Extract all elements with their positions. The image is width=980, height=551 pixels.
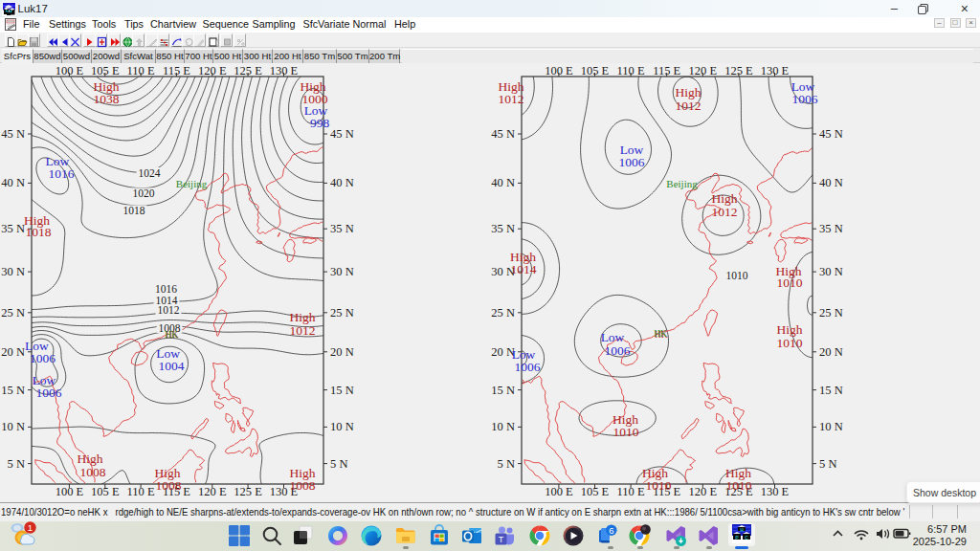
svg-text:120 E: 120 E xyxy=(198,485,227,498)
svg-text:5 N: 5 N xyxy=(819,457,836,471)
svg-text:1008: 1008 xyxy=(80,465,106,479)
svg-text:1014: 1014 xyxy=(511,262,537,276)
svg-text:1010: 1010 xyxy=(646,478,672,493)
svg-text:45 N: 45 N xyxy=(1,127,25,141)
svg-text:100 E: 100 E xyxy=(545,485,573,498)
svg-text:100 E: 100 E xyxy=(56,64,84,77)
svg-text:15 N: 15 N xyxy=(330,384,354,397)
svg-text:15 N: 15 N xyxy=(819,384,843,397)
svg-text:HK: HK xyxy=(165,330,178,340)
svg-text:35 N: 35 N xyxy=(1,222,25,235)
svg-text:25 N: 25 N xyxy=(1,306,25,320)
svg-text:High: High xyxy=(78,452,103,466)
svg-text:1006: 1006 xyxy=(605,343,631,358)
svg-text:1008: 1008 xyxy=(156,478,182,493)
svg-text:1010: 1010 xyxy=(777,276,803,290)
svg-text:Beijing: Beijing xyxy=(176,178,208,189)
svg-text:1004: 1004 xyxy=(159,359,185,373)
svg-text:130 E: 130 E xyxy=(761,64,790,77)
svg-text:120 E: 120 E xyxy=(689,64,718,77)
svg-text:110 E: 110 E xyxy=(617,64,645,77)
svg-text:125 E: 125 E xyxy=(724,64,753,77)
svg-text:30 N: 30 N xyxy=(819,265,843,278)
svg-text:1018: 1018 xyxy=(26,225,52,239)
svg-text:125 E: 125 E xyxy=(234,64,262,77)
svg-text:10 N: 10 N xyxy=(819,420,843,433)
svg-text:110 E: 110 E xyxy=(617,485,645,498)
svg-text:20 N: 20 N xyxy=(1,345,25,359)
svg-text:1: 1 xyxy=(28,522,33,533)
svg-text:1006: 1006 xyxy=(36,386,62,400)
svg-text:1012: 1012 xyxy=(676,99,702,113)
svg-text:High: High xyxy=(290,310,316,324)
svg-text:105 E: 105 E xyxy=(581,485,610,498)
svg-text:105 E: 105 E xyxy=(91,485,120,498)
svg-text:40 N: 40 N xyxy=(819,176,843,189)
svg-text:45 N: 45 N xyxy=(330,127,354,141)
svg-text:1020: 1020 xyxy=(133,187,155,199)
svg-text:H: H xyxy=(740,527,744,534)
svg-text:1012: 1012 xyxy=(499,92,524,106)
svg-text:1006: 1006 xyxy=(30,351,56,365)
svg-text:25 N: 25 N xyxy=(819,306,843,320)
svg-text:1006: 1006 xyxy=(619,155,645,169)
svg-text:115 E: 115 E xyxy=(163,64,190,77)
svg-text:1016: 1016 xyxy=(155,283,177,295)
svg-text:15 N: 15 N xyxy=(491,384,515,397)
svg-text:1010: 1010 xyxy=(777,336,803,350)
svg-text:110 E: 110 E xyxy=(127,485,155,498)
svg-text:110 E: 110 E xyxy=(127,64,155,77)
svg-text:25 N: 25 N xyxy=(491,306,515,320)
svg-text:10 N: 10 N xyxy=(491,420,515,433)
svg-text:20 N: 20 N xyxy=(819,345,843,359)
svg-text:998: 998 xyxy=(310,116,330,130)
svg-text:100 E: 100 E xyxy=(545,64,573,77)
svg-text:P: P xyxy=(735,535,739,541)
svg-text:125 E: 125 E xyxy=(234,485,262,498)
svg-text:Beijing: Beijing xyxy=(666,178,698,189)
svg-text:45 N: 45 N xyxy=(819,127,843,141)
svg-text:1038: 1038 xyxy=(94,92,120,106)
svg-text:35 N: 35 N xyxy=(330,222,354,235)
svg-text:1010: 1010 xyxy=(726,270,748,281)
svg-text:25 N: 25 N xyxy=(330,306,354,320)
svg-text:1006: 1006 xyxy=(515,360,541,374)
svg-text:1010: 1010 xyxy=(726,478,752,493)
svg-text:120 E: 120 E xyxy=(198,64,227,77)
svg-text:35 N: 35 N xyxy=(491,222,515,235)
svg-text:1016: 1016 xyxy=(49,166,75,181)
svg-text:130 E: 130 E xyxy=(270,64,299,77)
svg-text:1010: 1010 xyxy=(613,425,639,439)
svg-text:15 N: 15 N xyxy=(1,384,25,397)
svg-text:40 N: 40 N xyxy=(1,176,25,189)
svg-text:1006: 1006 xyxy=(792,92,818,106)
svg-text:20 N: 20 N xyxy=(330,345,354,359)
svg-text:100 E: 100 E xyxy=(56,485,84,498)
svg-text:105 E: 105 E xyxy=(581,64,610,77)
svg-text:1008: 1008 xyxy=(290,478,316,493)
svg-text:10 N: 10 N xyxy=(330,420,354,433)
svg-text:120 E: 120 E xyxy=(689,485,718,498)
svg-text:1012: 1012 xyxy=(712,205,738,219)
svg-text:5 N: 5 N xyxy=(8,457,25,471)
svg-text:115 E: 115 E xyxy=(653,64,680,77)
svg-text:Low: Low xyxy=(601,330,625,344)
svg-text:1012: 1012 xyxy=(290,323,316,338)
svg-text:5 N: 5 N xyxy=(330,457,347,471)
svg-text:HK: HK xyxy=(654,329,667,339)
svg-text:T: T xyxy=(499,535,504,544)
svg-text:105 E: 105 E xyxy=(91,64,120,77)
svg-text:5 N: 5 N xyxy=(498,457,515,471)
svg-text:30 N: 30 N xyxy=(330,265,354,278)
svg-text:30 N: 30 N xyxy=(1,265,25,278)
svg-text:1024: 1024 xyxy=(139,167,161,179)
svg-text:40 N: 40 N xyxy=(491,176,515,189)
svg-text:1018: 1018 xyxy=(123,205,145,216)
svg-text:40 N: 40 N xyxy=(330,176,354,189)
svg-text:6: 6 xyxy=(609,525,613,536)
svg-text:1012: 1012 xyxy=(158,304,180,316)
svg-text:C: C xyxy=(745,535,748,541)
svg-text:45 N: 45 N xyxy=(491,127,515,141)
svg-text:35 N: 35 N xyxy=(819,222,843,235)
svg-text:10 N: 10 N xyxy=(1,420,25,433)
